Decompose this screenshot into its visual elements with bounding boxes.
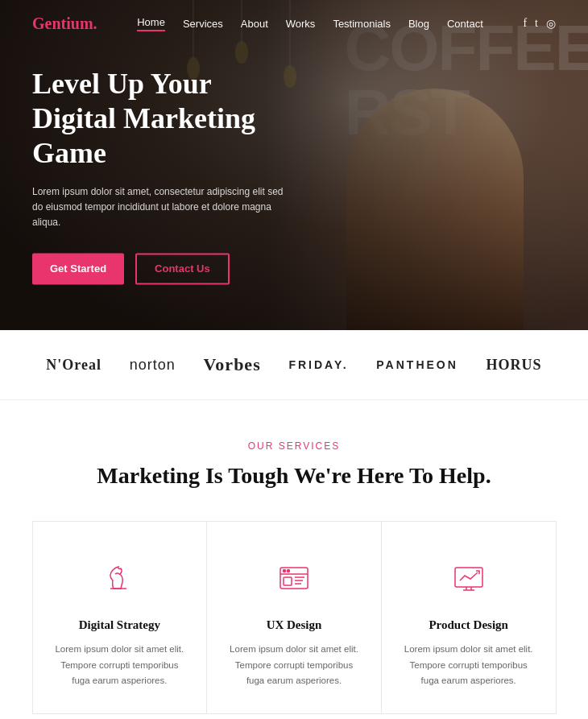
nav-contact[interactable]: Contact bbox=[447, 18, 483, 30]
brands-section: N'Oreal norton Vorbes FRIDAY. PANTHEON H… bbox=[0, 330, 588, 400]
service-name-0: Digital Strategy bbox=[52, 618, 188, 632]
services-grid: Digital Strategy Lorem ipsum dolor sit a… bbox=[32, 521, 556, 714]
hero-content: Level Up Your Digital Marketing Game Lor… bbox=[32, 67, 290, 284]
digital-strategy-icon bbox=[95, 554, 143, 602]
service-card-digital-strategy: Digital Strategy Lorem ipsum dolor sit a… bbox=[32, 521, 208, 714]
ux-design-icon bbox=[270, 554, 318, 602]
service-name-2: Product Design bbox=[401, 618, 536, 632]
brand-pantheon: PANTHEON bbox=[376, 358, 458, 371]
instagram-icon[interactable]: ◎ bbox=[546, 17, 556, 31]
nav-about[interactable]: About bbox=[241, 18, 268, 30]
service-name-1: UX Design bbox=[226, 618, 362, 632]
service-card-product-design: Product Design Lorem ipsum dolor sit ame… bbox=[381, 521, 557, 714]
facebook-icon[interactable]: f bbox=[523, 17, 527, 31]
service-desc-1: Lorem ipsum dolor sit amet elit. Tempore… bbox=[226, 642, 362, 689]
social-links: f t ◎ bbox=[523, 17, 556, 31]
hero-buttons: Get Started Contact Us bbox=[32, 254, 290, 285]
twitter-icon[interactable]: t bbox=[535, 17, 538, 31]
brand-horus: HORUS bbox=[487, 357, 542, 374]
nav-works[interactable]: Works bbox=[286, 18, 316, 30]
services-label: OUR SERVICES bbox=[32, 440, 556, 452]
services-title: Marketing Is Tough We're Here To Help. bbox=[32, 463, 556, 489]
nav-testimonials[interactable]: Testimonials bbox=[333, 18, 391, 30]
hero-section: COFFEERST Gentium. Home Services About W… bbox=[0, 0, 588, 330]
product-design-icon bbox=[445, 554, 493, 602]
service-desc-0: Lorem ipsum dolor sit amet elit. Tempore… bbox=[52, 642, 188, 689]
svg-rect-9 bbox=[284, 577, 292, 585]
hero-subtitle: Lorem ipsum dolor sit amet, consectetur … bbox=[32, 184, 290, 231]
site-header: Gentium. Home Services About Works Testi… bbox=[0, 0, 588, 48]
brand-norton: norton bbox=[130, 357, 176, 374]
service-card-ux-design: UX Design Lorem ipsum dolor sit amet eli… bbox=[206, 521, 382, 714]
brand-noreal: N'Oreal bbox=[46, 357, 101, 374]
logo-text: Gentium bbox=[32, 14, 93, 32]
site-logo: Gentium. bbox=[32, 14, 97, 33]
svg-point-13 bbox=[284, 570, 286, 572]
main-nav: Home Services About Works Testimonials B… bbox=[137, 16, 483, 31]
nav-blog[interactable]: Blog bbox=[408, 18, 429, 30]
service-desc-2: Lorem ipsum dolor sit amet elit. Tempore… bbox=[401, 642, 536, 689]
services-section: OUR SERVICES Marketing Is Tough We're He… bbox=[0, 400, 588, 719]
brand-vorbes: Vorbes bbox=[204, 354, 261, 375]
svg-point-14 bbox=[288, 570, 290, 572]
hero-title: Level Up Your Digital Marketing Game bbox=[32, 67, 290, 171]
nav-home[interactable]: Home bbox=[137, 16, 165, 31]
nav-services[interactable]: Services bbox=[183, 18, 223, 30]
contact-us-button[interactable]: Contact Us bbox=[135, 254, 230, 285]
get-started-button[interactable]: Get Started bbox=[32, 254, 124, 285]
logo-dot: . bbox=[93, 14, 97, 32]
brand-friday: FRIDAY. bbox=[288, 358, 348, 371]
